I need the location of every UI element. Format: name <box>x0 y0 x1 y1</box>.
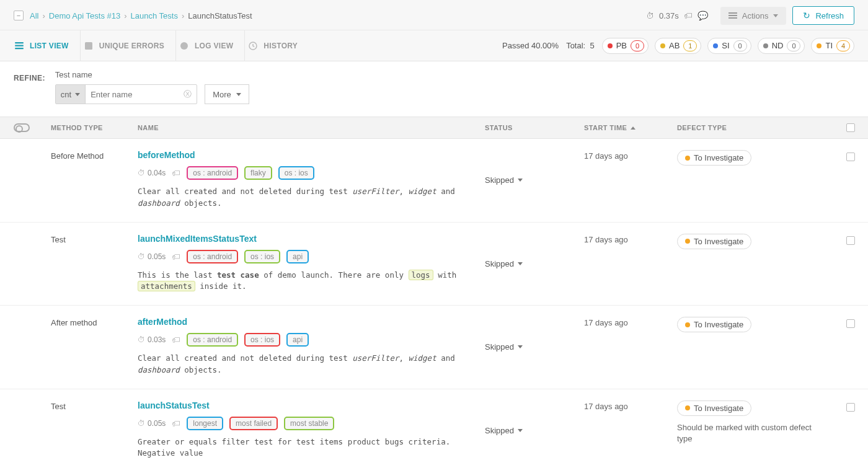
attribute-tag[interactable]: os : android <box>187 333 238 347</box>
test-row: TestlaunchMixedItemsStatusText0.05s🏷os :… <box>0 223 868 306</box>
defect-pill-nd[interactable]: ND0 <box>758 38 805 54</box>
attribute-tag[interactable]: most failed <box>229 417 278 430</box>
attribute-tag[interactable]: flaky <box>244 166 272 180</box>
defect-pill-ti[interactable]: TI4 <box>811 38 854 54</box>
clock-icon <box>646 11 654 20</box>
status-dot-icon <box>660 43 665 48</box>
test-row: After methodafterMethod0.03s🏷os : androi… <box>0 306 868 389</box>
defect-note: Should be marked with custom defect type <box>677 422 813 445</box>
refresh-icon <box>803 11 810 20</box>
status-dot-icon <box>608 43 613 48</box>
select-row-checkbox[interactable] <box>846 236 855 245</box>
attribute-tag[interactable]: api <box>286 250 309 263</box>
attribute-tag[interactable]: os : android <box>187 166 238 180</box>
attribute-tag[interactable]: most stable <box>284 417 334 430</box>
actions-label: Actions <box>742 11 769 20</box>
select-row-checkbox[interactable] <box>846 403 855 412</box>
actions-menu-button[interactable]: Actions <box>720 7 787 25</box>
defect-pill-ab[interactable]: AB1 <box>655 38 701 54</box>
select-row-checkbox[interactable] <box>846 319 855 328</box>
status-dropdown[interactable]: Skipped <box>485 150 584 210</box>
total-count: Total: 5 <box>566 41 595 50</box>
attribute-tag[interactable]: longest <box>187 417 223 430</box>
attribute-tag[interactable]: os : ios <box>244 250 280 263</box>
method-type: Before Method <box>51 150 138 210</box>
pill-code: PB <box>616 41 627 50</box>
chevron-right-icon: › <box>124 11 126 20</box>
clear-input-icon[interactable]: ⓧ <box>184 89 192 100</box>
method-type: After method <box>51 317 138 376</box>
start-time: 17 days ago <box>584 400 677 460</box>
crumb-launch[interactable]: Demo Api Tests #13 <box>49 11 120 20</box>
status-dot-icon <box>685 405 690 410</box>
item-duration: 0.37s <box>659 11 679 20</box>
status-dot-icon <box>685 156 690 161</box>
defect-type-badge[interactable]: To Investigate <box>677 234 751 249</box>
defect-type-badge[interactable]: To Investigate <box>677 150 751 166</box>
col-name[interactable]: NAME <box>138 124 485 131</box>
defect-pill-si[interactable]: SI0 <box>707 38 751 54</box>
tag-icon[interactable]: 🏷 <box>172 168 180 178</box>
refresh-button[interactable]: Refresh <box>792 6 854 25</box>
attribute-tag[interactable]: os : ios <box>278 166 314 180</box>
status-dropdown[interactable]: Skipped <box>485 234 584 293</box>
tag-icon[interactable]: 🏷 <box>172 418 180 428</box>
col-method[interactable]: METHOD TYPE <box>51 124 138 131</box>
item-meta: 0.37s 🏷 💬 <box>646 11 708 20</box>
svg-rect-1 <box>15 45 24 46</box>
breadcrumb: − All › Demo Api Tests #13 › Launch Test… <box>14 11 252 20</box>
pill-code: AB <box>669 41 680 50</box>
passed-percent: Passed 40.00% <box>502 41 559 50</box>
comment-icon[interactable]: 💬 <box>698 11 708 20</box>
col-status[interactable]: STATUS <box>485 124 584 131</box>
select-all-checkbox[interactable] <box>846 123 855 132</box>
col-defect[interactable]: DEFECT TYPE <box>677 124 832 131</box>
test-description: This is the last test case of demo launc… <box>138 270 485 293</box>
col-start-time[interactable]: START TIME <box>584 124 677 131</box>
pill-count: 1 <box>683 40 697 51</box>
status-dropdown[interactable]: Skipped <box>485 317 584 376</box>
status-dot-icon <box>713 43 718 48</box>
status-dot-icon <box>685 239 690 244</box>
pill-code: SI <box>722 41 729 50</box>
defect-pill-pb[interactable]: PB0 <box>602 38 649 54</box>
more-filters-button[interactable]: More <box>205 84 249 104</box>
name-operator-dropdown[interactable]: cnt <box>56 85 86 104</box>
pill-count: 0 <box>787 40 800 51</box>
clock-icon <box>138 169 145 177</box>
tab-list-view[interactable]: LIST VIEW <box>14 30 81 61</box>
test-name-link[interactable]: beforeMethod <box>138 150 195 160</box>
test-name-link[interactable]: afterMethod <box>138 317 187 327</box>
method-type: Test <box>51 234 138 293</box>
svg-rect-3 <box>85 42 92 50</box>
tag-icon[interactable]: 🏷 <box>172 335 180 345</box>
tag-icon[interactable]: 🏷 <box>684 11 693 20</box>
test-name-link[interactable]: launchStatusTest <box>138 400 210 410</box>
attribute-tag[interactable]: os : android <box>187 250 238 263</box>
tag-icon[interactable]: 🏷 <box>172 252 180 262</box>
attribute-tag[interactable]: api <box>286 333 309 347</box>
collapse-toggle[interactable]: − <box>14 11 24 20</box>
refresh-label: Refresh <box>815 11 844 20</box>
start-time: 17 days ago <box>584 150 677 210</box>
defect-type-badge[interactable]: To Investigate <box>677 400 751 416</box>
crumb-all[interactable]: All <box>30 11 38 20</box>
defect-type-badge[interactable]: To Investigate <box>677 317 751 332</box>
clock-icon <box>138 419 145 428</box>
attribute-tag[interactable]: os : ios <box>244 333 280 347</box>
tab-history[interactable]: HISTORY <box>245 30 309 61</box>
test-row: Before MethodbeforeMethod0.04s🏷os : andr… <box>0 139 868 223</box>
tab-unique-errors[interactable]: UNIQUE ERRORS <box>81 30 176 61</box>
list-icon <box>14 40 25 51</box>
tab-log-view[interactable]: LOG VIEW <box>176 30 245 61</box>
history-icon <box>247 40 259 51</box>
status-dropdown[interactable]: Skipped <box>485 400 584 460</box>
test-name-link[interactable]: launchMixedItemsStatusText <box>138 234 257 244</box>
name-filter-input[interactable] <box>91 90 184 99</box>
select-row-checkbox[interactable] <box>846 153 855 161</box>
chevron-down-icon <box>518 262 523 265</box>
test-description: Clear all created and not deleted during… <box>138 186 485 210</box>
method-type-toggle[interactable] <box>14 123 30 132</box>
crumb-suite[interactable]: Launch Tests <box>131 11 178 20</box>
refine-label: REFINE: <box>14 70 45 82</box>
